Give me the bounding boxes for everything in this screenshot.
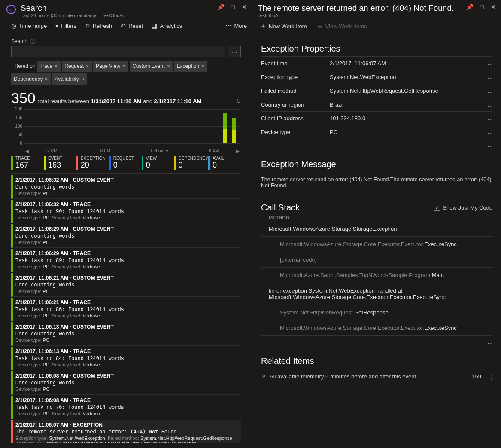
related-items-header: Related Items — [261, 356, 492, 366]
pin-icon[interactable]: 📌 — [217, 3, 225, 10]
pin-icon[interactable]: 📌 — [466, 3, 474, 10]
detail-toolbar: ＋New Work Item ☰View Work Items — [252, 20, 501, 35]
grid-icon: ▦ — [152, 22, 157, 29]
refresh-button[interactable]: ↻Refresh — [85, 22, 112, 29]
stack-frame-inner[interactable]: Microsoft.WindowsAzure.Storage.Core.Exec… — [261, 320, 492, 336]
chip-remove-icon[interactable]: ✕ — [54, 64, 58, 69]
filter-chip[interactable]: Availability✕ — [52, 73, 87, 85]
type-count[interactable]: VIEW0 — [142, 156, 174, 170]
property-more-icon[interactable]: ... — [485, 129, 492, 135]
funnel-icon: ▾ — [55, 22, 58, 29]
detail-title: The remote server returned an error: (40… — [258, 3, 466, 13]
type-count[interactable]: EXCEPTION20 — [76, 156, 109, 170]
analytics-button[interactable]: ▦Analytics — [152, 22, 182, 29]
filter-chip[interactable]: Trace✕ — [37, 61, 61, 72]
search-more-button[interactable]: ... — [228, 46, 241, 57]
search-input[interactable] — [11, 46, 225, 57]
maximize-icon[interactable]: ◻ — [480, 3, 485, 10]
result-row[interactable]: 2/1/2017, 11:06:08 AM - CUSTOM EVENTDone… — [11, 371, 241, 395]
stack-frame-inner[interactable]: System.Net.HttpWebRequest.GetResponse — [261, 305, 492, 320]
call-stack-header: Call Stack — [261, 203, 434, 213]
blade-subtitle: Last 24 hours (30 minute granularity) - … — [21, 13, 217, 18]
results-count-text: total results between 1/31/2017 11:10 AM… — [38, 98, 202, 104]
new-work-item-button[interactable]: ＋New Work Item — [260, 22, 307, 30]
search-label-row: Searchi — [11, 38, 241, 44]
reset-button[interactable]: ↶Reset — [121, 22, 143, 29]
result-row[interactable]: 2/1/2017, 11:06:13 AM - TRACETask task_n… — [11, 347, 241, 370]
stack-frame-inner[interactable]: [external code] — [261, 252, 492, 268]
list-icon: ☰ — [317, 23, 323, 30]
result-row[interactable]: 2/1/2017, 11:06:29 AM - TRACETask task_n… — [11, 249, 241, 272]
chart-xaxis: ◄ ► 12 PM6 PMFebruary6 AM — [24, 149, 241, 153]
callstack-more-icon[interactable]: ... — [485, 338, 492, 345]
chip-remove-icon[interactable]: ✕ — [201, 64, 205, 69]
stack-frame[interactable]: Inner exception System.Net.WebException … — [261, 283, 492, 305]
volume-chart[interactable]: 050100150200 — [11, 109, 241, 148]
show-my-code-checkbox[interactable]: ✓ — [434, 205, 440, 211]
view-work-items-button[interactable]: ☰View Work Items — [317, 23, 367, 30]
clock-icon: ◷ — [11, 22, 16, 29]
result-row[interactable]: 2/1/2017, 11:06:32 AM - TRACETask task_n… — [11, 200, 241, 223]
chip-remove-icon[interactable]: ✕ — [81, 76, 85, 82]
method-column-header: METHOD — [261, 213, 492, 221]
reset-icon: ↶ — [121, 22, 126, 29]
chip-remove-icon[interactable]: ✕ — [44, 76, 48, 82]
property-more-icon[interactable]: ... — [485, 60, 492, 67]
related-item-row[interactable]: ↗ All available telemetry 5 minutes befo… — [261, 369, 492, 384]
chart-right-handle-icon[interactable]: ► — [235, 148, 241, 155]
search-input-label: Search — [11, 38, 27, 44]
filtered-on-label: Filtered on — [11, 63, 36, 69]
properties-more-icon[interactable]: ... — [485, 142, 492, 148]
type-count[interactable]: AVAIL0 — [208, 156, 241, 170]
show-my-code-label: Show Just My Code — [443, 204, 492, 211]
filter-chip[interactable]: Exception✕ — [174, 61, 208, 72]
info-icon[interactable]: i — [491, 375, 492, 380]
property-more-icon[interactable]: ... — [485, 115, 492, 122]
search-toolbar: ◷Time range ▾Filters ↻Refresh ↶Reset ▦An… — [0, 20, 252, 34]
call-stack: Microsoft.WindowsAzure.Storage.StorageEx… — [261, 221, 492, 336]
result-row[interactable]: 2/1/2017, 11:06:08 AM - TRACETask task_n… — [11, 396, 241, 419]
time-range-button[interactable]: ◷Time range — [11, 22, 47, 29]
result-row[interactable]: 2/1/2017, 11:06:21 AM - CUSTOM EVENTDone… — [11, 273, 241, 297]
related-arrow-icon: ↗ — [261, 373, 270, 380]
type-count[interactable]: TRACE167 — [11, 156, 44, 170]
filter-chip[interactable]: Custom Event✕ — [130, 61, 173, 72]
chart-left-handle-icon[interactable]: ◄ — [24, 148, 30, 155]
filter-chip[interactable]: Page View✕ — [93, 61, 128, 72]
property-more-icon[interactable]: ... — [485, 88, 492, 94]
blade-title: Search — [21, 3, 217, 13]
stack-frame-inner[interactable]: Microsoft.WindowsAzure.Storage.Core.Exec… — [261, 237, 492, 252]
filter-chip[interactable]: Request✕ — [62, 61, 92, 72]
search-body: Searchi ... Filtered on Trace✕Request✕Pa… — [0, 34, 252, 443]
type-counts-row: TRACE167EVENT163EXCEPTION20REQUEST0VIEW0… — [11, 156, 241, 174]
info-icon[interactable]: i — [30, 39, 35, 44]
search-bulb-icon: ☼ — [5, 3, 17, 15]
detail-blade: The remote server returned an error: (40… — [252, 0, 501, 448]
properties-table: Event time2/1/2017, 11:06:07 AM...Except… — [261, 56, 492, 139]
type-count[interactable]: DEPENDENCY0 — [174, 156, 208, 170]
property-more-icon[interactable]: ... — [485, 101, 492, 108]
filters-button[interactable]: ▾Filters — [55, 22, 76, 29]
chip-remove-icon[interactable]: ✕ — [122, 64, 126, 69]
chip-remove-icon[interactable]: ✕ — [85, 64, 89, 69]
stack-frame-inner[interactable]: Microsoft.Azure.Batch.Samples.TopNWordsS… — [261, 268, 492, 283]
search-blade: ☼ Search Last 24 hours (30 minute granul… — [0, 0, 252, 448]
close-icon[interactable]: ✕ — [242, 3, 247, 10]
result-row[interactable]: 2/1/2017, 11:06:29 AM - CUSTOM EVENTDone… — [11, 224, 241, 248]
result-row[interactable]: 2/1/2017, 11:06:32 AM - CUSTOM EVENTDone… — [11, 175, 241, 199]
window-controls: 📌 ◻ ✕ — [217, 3, 247, 10]
refresh-small-icon[interactable]: ↻ — [236, 98, 241, 104]
type-count[interactable]: EVENT163 — [44, 156, 76, 170]
result-row[interactable]: 2/1/2017, 11:06:13 AM - CUSTOM EVENTDone… — [11, 322, 241, 346]
filter-chip[interactable]: Dependency✕ — [11, 73, 51, 85]
stack-frame[interactable]: Microsoft.WindowsAzure.Storage.StorageEx… — [261, 221, 492, 237]
close-icon[interactable]: ✕ — [491, 3, 496, 10]
more-button[interactable]: ⋯More — [225, 22, 247, 29]
result-row[interactable]: 2/1/2017, 11:06:21 AM - TRACETask task_n… — [11, 298, 241, 321]
result-row[interactable]: 2/1/2017, 11:06:07 AM - EXCEPTIONThe rem… — [11, 420, 241, 443]
maximize-icon[interactable]: ◻ — [231, 3, 236, 10]
type-count[interactable]: REQUEST0 — [109, 156, 142, 170]
detail-subtitle: TestOboAi — [258, 13, 466, 18]
property-more-icon[interactable]: ... — [485, 74, 492, 80]
chip-remove-icon[interactable]: ✕ — [167, 64, 170, 69]
